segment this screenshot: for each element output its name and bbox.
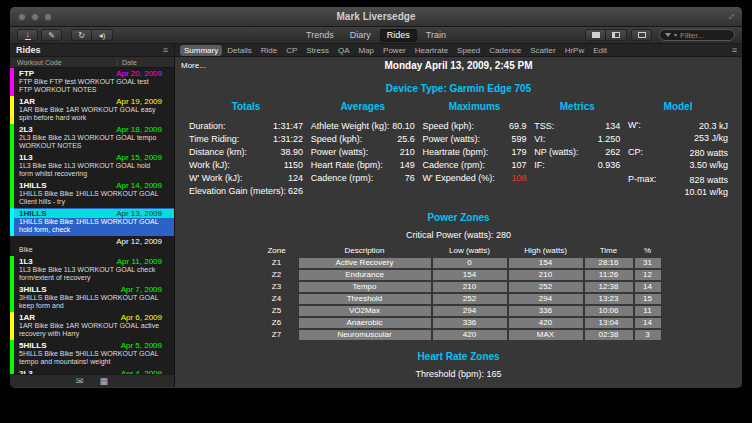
view-tab-details[interactable]: Details [223,45,255,56]
sidebar-header: Rides ≡ [10,44,175,56]
ride-desc: FTP Bike FTP test WORKOUT GOAL test FTP … [19,78,162,94]
ride-code: 2L3 [19,369,33,374]
ride-title-row: 2L3Apr 4, 2009 [19,369,162,374]
ride-list-item[interactable]: 1ARApr 6, 20091AR Bike Bike 1AR WORKOUT … [10,312,174,340]
ride-color-bar [10,312,14,340]
stat-row: Speed (kph):25.6 [311,133,415,146]
stats-section-model: ModelW':20.3 kJ253 J/kgCP:280 watts3.50 … [628,101,728,201]
sidebar-toggle-button[interactable] [585,29,606,41]
ride-list-item[interactable]: 1L3Apr 11, 20091L3 Bike Bike 1L3 WORKOUT… [10,256,174,284]
ride-list-item[interactable]: 1ARApr 19, 20091AR Bike Bike 1AR WORKOUT… [10,96,174,124]
download-icon: ↓ [25,30,31,40]
lowbar-toggle-button[interactable] [606,29,627,41]
stat-value: 1150 [284,159,303,172]
view-tab-stress[interactable]: Stress [302,45,333,56]
tiled-view-button[interactable] [631,29,652,41]
ride-list-item[interactable]: FTPApr 20, 2009FTP Bike FTP test WORKOUT… [10,68,174,96]
view-tab-hrpw[interactable]: HrPw [561,45,589,56]
stat-value: 69.9 [509,120,527,133]
ride-color-bar [10,284,14,312]
model-values: 20.3 kJ253 J/kg [694,120,728,144]
main-tab-diary[interactable]: Diary [343,29,378,42]
zone-data-cell: Active Recovery [299,258,431,268]
zone-data-cell: 210 [509,270,583,280]
ride-title-row: 2L3Apr 18, 2009 [19,125,162,134]
minimize-button[interactable] [31,13,39,21]
main-tab-trends[interactable]: Trends [299,29,341,42]
stat-label: TSS: [534,120,554,133]
ride-list-item[interactable]: 2L3Apr 4, 20092L3 Bike Bike 2L3 WORKOUT … [10,368,174,374]
main-tab-train[interactable]: Train [419,29,453,42]
ride-list-item[interactable]: 1HILLSApr 14, 20091HILLS Bike Bike 1HILL… [10,180,174,208]
model-value-line: 828 watts [684,174,728,186]
ride-color-bar [10,340,14,368]
ride-code: FTP [19,69,34,78]
close-button[interactable] [18,13,26,21]
stat-label: Distance (km): [189,146,247,159]
app-window: Mark Liversedge ↔ ↓ ✎ ↻ ◂) TrendsDiaryRi… [10,7,742,388]
model-value-line: 20.3 kJ [694,120,728,132]
zone-data-cell: 252 [433,294,507,304]
ride-color-bar [10,256,14,284]
ride-color-bar [10,124,14,152]
ride-desc: 1L3 Bike Bike 1L3 WORKOUT GOAL check for… [19,266,162,282]
view-tabs: SummaryDetailsRideCPStressQAMapPowerHear… [175,44,742,56]
ride-list-item[interactable]: Apr 12, 2009Bike [10,236,174,256]
manual-entry-button[interactable]: ✎ [41,29,62,41]
ride-list-item[interactable]: 1HILLSApr 13, 20091HILLS Bike Bike 1HILL… [10,208,174,236]
audio-button[interactable]: ◂) [92,29,113,41]
section-title: Metrics [534,101,620,112]
zone-data-cell: 154 [509,258,583,268]
zone-data-cell: 15 [635,294,661,304]
view-tab-power[interactable]: Power [379,45,410,56]
ride-desc: 1HILLS Bike Bike 1HILLS WORKOUT GOAL hol… [19,218,162,234]
ride-list-item[interactable]: 5HILLSApr 5, 20095HILLS Bike Bike 5HILLS… [10,340,174,368]
ride-code: 1HILLS [19,181,47,190]
main-tab-rides[interactable]: Rides [380,29,417,42]
ride-title-row: FTPApr 20, 2009 [19,69,162,78]
zoom-button[interactable] [44,13,52,21]
calendar-icon[interactable]: ▦ [100,377,109,386]
zone-data-cell: 14 [635,282,661,292]
stat-value: 25.6 [397,133,415,146]
view-tabs-menu-icon[interactable]: ≡ [732,45,737,55]
search-filter-field[interactable]: ▾ Filter... [659,29,735,41]
view-tab-cadence[interactable]: Cadence [485,45,525,56]
ride-desc: Bike [19,246,162,254]
ride-list-item[interactable]: 1L3Apr 15, 20091L3 Bike Bike 1L3 WORKOUT… [10,152,174,180]
stat-label: W' Work (kJ): [189,172,243,185]
view-tab-speed[interactable]: Speed [453,45,484,56]
column-date[interactable]: Date [118,59,174,66]
view-tab-scatter[interactable]: Scatter [526,45,559,56]
ride-desc: 1L3 Bike Bike 1L3 WORKOUT GOAL hold form… [19,162,162,178]
zone-table-header: High (watts) [509,246,583,256]
view-tab-cp[interactable]: CP [282,45,301,56]
toolbar-group: ↻ ◂) [71,29,113,41]
zone-data-cell: 3 [635,330,661,340]
mail-icon[interactable]: ✉ [76,377,84,386]
ride-list-item[interactable]: 3HILLSApr 7, 20093HILLS Bike Bike 3HILLS… [10,284,174,312]
ride-date: Apr 12, 2009 [116,237,162,246]
sidebar-menu-icon[interactable]: ≡ [163,45,168,55]
ride-title-row: 1L3Apr 11, 2009 [19,257,162,266]
view-tab-qa[interactable]: QA [334,45,354,56]
summary-topline: More... Monday April 13, 2009, 2:45 PM [175,60,742,73]
view-tab-map[interactable]: Map [355,45,379,56]
stat-label: Elevation Gain (meters): [189,185,286,198]
sync-button[interactable]: ↻ [71,29,92,41]
import-ride-button[interactable]: ↓ [17,29,38,41]
view-tab-edit[interactable]: Edit [589,45,611,56]
ride-list-item[interactable]: 2L3Apr 18, 20092L3 Bike Bike 2L3 WORKOUT… [10,124,174,152]
ride-code: 1L3 [19,257,33,266]
ride-code: 1AR [19,97,35,106]
view-tab-summary[interactable]: Summary [180,45,222,56]
view-tab-heartrate[interactable]: Heartrate [411,45,452,56]
zone-data-cell: 154 [433,270,507,280]
column-workout-code[interactable]: Workout Code [10,59,118,66]
stat-label: Cadence (rpm): [423,159,486,172]
stat-label: Duration: [189,120,226,133]
zone-data-cell: 31 [635,258,661,268]
stat-row: Heartrate (bpm):179 [423,146,527,159]
zone-table-header: Low (watts) [433,246,507,256]
view-tab-ride[interactable]: Ride [257,45,281,56]
